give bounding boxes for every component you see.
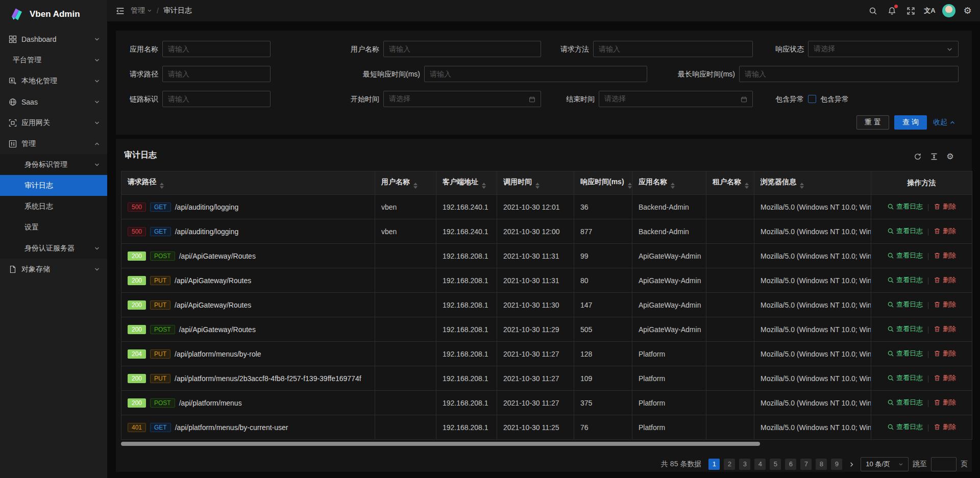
collapse-link[interactable]: 收起 xyxy=(933,115,955,130)
exception-checkbox[interactable] xyxy=(808,95,816,103)
column-header-path[interactable]: 请求路径 xyxy=(121,171,375,195)
scrollbar-thumb[interactable] xyxy=(121,442,760,446)
table-row[interactable]: 204PUT/api/platform/menus/by-role 192.16… xyxy=(121,342,972,366)
max-response-time-input[interactable] xyxy=(739,66,959,82)
breadcrumb-parent[interactable]: 管理 xyxy=(131,6,152,15)
sidebar-item-system-log[interactable]: 系统日志 xyxy=(0,196,107,217)
page-size-select[interactable]: 10 条/页 xyxy=(861,457,909,471)
response-status-select[interactable]: 请选择 xyxy=(808,41,959,57)
cell-response-time: 147 xyxy=(574,293,632,317)
view-log-button[interactable]: 查看日志 xyxy=(887,422,923,432)
view-log-button[interactable]: 查看日志 xyxy=(887,300,923,309)
page-button-7[interactable]: 7 xyxy=(800,459,812,470)
table-row[interactable]: 200PUT/api/ApiGateway/Routes 192.168.208… xyxy=(121,268,972,293)
page-button-6[interactable]: 6 xyxy=(785,459,796,470)
fullscreen-icon[interactable] xyxy=(901,0,920,21)
status-badge: 500 xyxy=(128,227,146,236)
delete-button[interactable]: 删除 xyxy=(934,422,956,432)
next-page-icon[interactable] xyxy=(846,459,856,470)
magnifier-icon xyxy=(887,203,894,210)
localization-icon xyxy=(9,77,17,85)
cell-app-name: ApiGateWay-Admin xyxy=(632,293,706,317)
cell-client-address: 192.168.208.1 xyxy=(436,391,497,415)
view-log-button[interactable]: 查看日志 xyxy=(887,202,923,211)
delete-button[interactable]: 删除 xyxy=(934,227,956,236)
table-row[interactable]: 500GET/api/auditing/logging vben 192.168… xyxy=(121,195,972,219)
view-log-button[interactable]: 查看日志 xyxy=(887,251,923,260)
view-log-button[interactable]: 查看日志 xyxy=(887,373,923,383)
translate-icon[interactable]: 文A xyxy=(920,0,939,21)
page-button-2[interactable]: 2 xyxy=(724,459,735,470)
delete-button[interactable]: 删除 xyxy=(934,300,956,309)
page-button-4[interactable]: 4 xyxy=(754,459,766,470)
field-label: 包含异常 xyxy=(732,91,804,107)
app-name-input[interactable] xyxy=(162,41,271,57)
page-button-8[interactable]: 8 xyxy=(816,459,827,470)
sidebar-item-audit-log[interactable]: 审计日志 xyxy=(0,175,107,196)
view-log-button[interactable]: 查看日志 xyxy=(887,324,923,334)
reset-button[interactable]: 重 置 xyxy=(856,115,889,130)
app-logo[interactable]: Vben Admin xyxy=(0,0,107,29)
request-path-input[interactable] xyxy=(162,66,271,82)
page-button-1[interactable]: 1 xyxy=(708,459,720,470)
table-row[interactable]: 200POST/api/ApiGateway/Routes 192.168.20… xyxy=(121,244,972,268)
delete-button[interactable]: 删除 xyxy=(934,251,956,260)
user-avatar[interactable] xyxy=(939,0,958,21)
cell-user xyxy=(375,342,436,366)
table-row[interactable]: 401GET/api/platform/menus/by-current-use… xyxy=(121,415,972,440)
column-header-tenant[interactable]: 租户名称 xyxy=(706,171,754,195)
sidebar-item-manage[interactable]: 管理 xyxy=(0,133,107,154)
table-row[interactable]: 200PUT/api/ApiGateway/Routes 192.168.208… xyxy=(121,293,972,317)
sidebar-item-object-storage[interactable]: 对象存储 xyxy=(0,259,107,280)
end-time-picker[interactable]: 请选择 xyxy=(599,91,753,107)
method-badge: GET xyxy=(150,423,171,432)
sidebar-item-localization[interactable]: 本地化管理 xyxy=(0,70,107,91)
delete-button[interactable]: 删除 xyxy=(934,202,956,211)
delete-button[interactable]: 删除 xyxy=(934,275,956,285)
delete-button[interactable]: 删除 xyxy=(934,324,956,334)
row-height-icon[interactable] xyxy=(929,152,938,161)
sidebar-item-platform[interactable]: 平台管理 xyxy=(0,49,107,70)
cell-app-name: Platform xyxy=(632,415,706,440)
sidebar-item-gateway[interactable]: 应用网关 xyxy=(0,112,107,133)
page-button-9[interactable]: 9 xyxy=(831,459,842,470)
view-log-button[interactable]: 查看日志 xyxy=(887,349,923,358)
trace-id-input[interactable] xyxy=(162,91,271,107)
sidebar-item-identity[interactable]: 身份标识管理 xyxy=(0,154,107,175)
start-time-picker[interactable]: 请选择 xyxy=(383,91,541,107)
view-log-button[interactable]: 查看日志 xyxy=(887,275,923,285)
min-response-time-input[interactable] xyxy=(424,66,647,82)
column-header-client[interactable]: 客户端地址 xyxy=(436,171,497,195)
jump-page-input[interactable] xyxy=(931,457,957,471)
search-icon[interactable] xyxy=(864,0,883,21)
table-row[interactable]: 200PUT/api/platform/menus/2b3accf8-4fb8-… xyxy=(121,366,972,391)
sidebar-item-settings[interactable]: 设置 xyxy=(0,217,107,238)
sidebar-item-auth-server[interactable]: 身份认证服务器 xyxy=(0,238,107,259)
page-button-5[interactable]: 5 xyxy=(770,459,781,470)
column-header-time[interactable]: 调用时间 xyxy=(497,171,574,195)
cell-client-address: 192.168.208.1 xyxy=(436,415,497,440)
sidebar-item-saas[interactable]: Saas xyxy=(0,91,107,112)
sidebar-item-dashboard[interactable]: Dashboard xyxy=(0,29,107,49)
settings-gear-icon[interactable]: ⚙ xyxy=(958,0,977,21)
delete-button[interactable]: 删除 xyxy=(934,349,956,358)
view-log-button[interactable]: 查看日志 xyxy=(887,227,923,236)
table-row[interactable]: 200POST/api/platform/menus 192.168.208.1… xyxy=(121,391,972,415)
column-header-elapsed[interactable]: 响应时间(ms) xyxy=(574,171,632,195)
table-settings-gear-icon[interactable]: ⚙ xyxy=(946,152,954,161)
table-row[interactable]: 500GET/api/auditing/logging vben 192.168… xyxy=(121,219,972,244)
table-row[interactable]: 200POST/api/ApiGateway/Routes 192.168.20… xyxy=(121,317,972,342)
column-header-app[interactable]: 应用名称 xyxy=(632,171,706,195)
search-button[interactable]: 查 询 xyxy=(894,115,927,130)
view-log-button[interactable]: 查看日志 xyxy=(887,398,923,407)
delete-button[interactable]: 删除 xyxy=(934,398,956,407)
delete-button[interactable]: 删除 xyxy=(934,373,956,383)
page-button-3[interactable]: 3 xyxy=(739,459,750,470)
sort-caret-icon xyxy=(482,183,486,189)
notification-bell-icon[interactable] xyxy=(883,0,901,21)
refresh-icon[interactable] xyxy=(913,152,922,161)
column-header-user[interactable]: 用户名称 xyxy=(375,171,436,195)
request-method-input[interactable] xyxy=(593,41,753,57)
column-header-browser[interactable]: 浏览器信息 xyxy=(754,171,871,195)
menu-fold-icon[interactable] xyxy=(111,0,129,21)
